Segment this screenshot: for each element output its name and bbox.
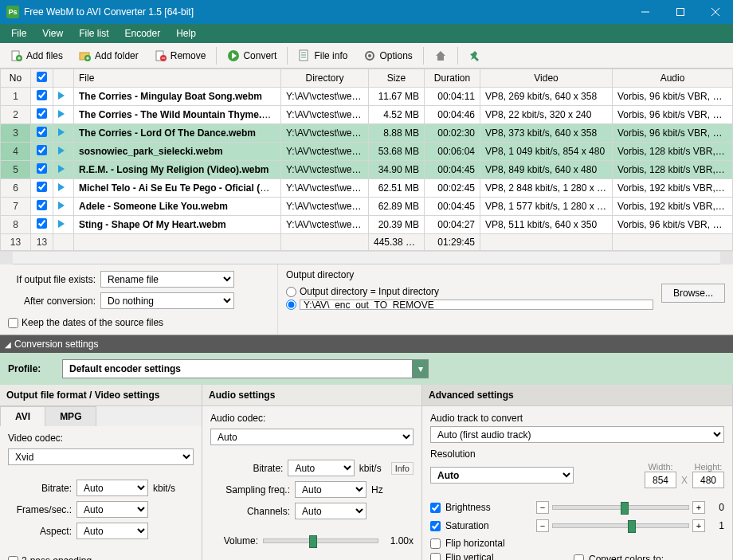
- flip-h-checkbox[interactable]: [430, 538, 441, 549]
- plus-folder-icon: [79, 49, 92, 62]
- video-bitrate-select[interactable]: Auto: [76, 480, 148, 496]
- row-checkbox[interactable]: [37, 145, 47, 155]
- table-row[interactable]: 3The Corries - Lord Of The Dance.webmY:\…: [1, 124, 733, 143]
- row-checkbox[interactable]: [37, 218, 47, 229]
- menu-encoder[interactable]: Encoder: [116, 25, 168, 41]
- row-checkbox[interactable]: [37, 163, 47, 174]
- menu-filelist[interactable]: File list: [71, 25, 116, 41]
- minimize-button[interactable]: [628, 0, 663, 24]
- menu-help[interactable]: Help: [168, 25, 204, 41]
- video-fps-label: Frames/sec.:: [8, 504, 72, 515]
- resolution-select[interactable]: Auto: [430, 467, 574, 484]
- col-no[interactable]: No: [1, 69, 31, 88]
- convert-button[interactable]: Convert: [220, 46, 284, 65]
- tab-avi[interactable]: AVI: [0, 406, 45, 426]
- video-codec-select[interactable]: Xvid: [8, 448, 194, 465]
- row-checkbox[interactable]: [37, 90, 47, 100]
- keep-dates-label: Keep the dates of the source files: [22, 317, 163, 328]
- titlebar: Ps Free WebM to AVI Converter 1.5 [64-bi…: [0, 0, 733, 24]
- close-button[interactable]: [698, 0, 733, 24]
- audio-bitrate-select[interactable]: Auto: [288, 460, 354, 476]
- brightness-checkbox[interactable]: [430, 503, 441, 513]
- row-play-cell[interactable]: [53, 161, 74, 179]
- row-play-cell[interactable]: [53, 88, 74, 106]
- table-row[interactable]: 5R.E.M. - Losing My Religion (Video).web…: [1, 161, 733, 179]
- table-row[interactable]: 1The Corries - Mingulay Boat Song.webmY:…: [1, 88, 733, 106]
- toolbar-separator: [287, 47, 288, 65]
- height-input[interactable]: [692, 472, 724, 488]
- row-checkbox[interactable]: [37, 108, 47, 119]
- profile-bar: Profile: Default encoder settings ▾: [0, 353, 733, 385]
- col-size[interactable]: Size: [369, 69, 425, 88]
- home-button[interactable]: [427, 46, 454, 65]
- table-row[interactable]: 7Adele - Someone Like You.webmY:\AV\vcte…: [1, 198, 733, 216]
- col-file[interactable]: File: [74, 69, 281, 88]
- svg-marker-24: [470, 51, 479, 61]
- browse-button[interactable]: Browse...: [661, 284, 725, 303]
- row-play-cell[interactable]: [53, 106, 74, 124]
- menu-view[interactable]: View: [34, 25, 71, 41]
- pin-button[interactable]: [461, 46, 488, 65]
- if-exists-select[interactable]: Rename file: [100, 271, 234, 288]
- audio-codec-select[interactable]: Auto: [210, 429, 414, 445]
- flip-v-checkbox[interactable]: [430, 553, 441, 561]
- col-dur[interactable]: Duration: [425, 69, 480, 88]
- col-play[interactable]: [53, 69, 74, 88]
- col-check[interactable]: [31, 69, 53, 88]
- info-button[interactable]: Info: [391, 462, 414, 475]
- video-fps-select[interactable]: Auto: [76, 501, 148, 518]
- add-folder-button[interactable]: Add folder: [72, 46, 146, 65]
- table-row[interactable]: 2The Corries - The Wild Mountain Thyme.w…: [1, 106, 733, 124]
- brightness-slider[interactable]: [552, 505, 689, 510]
- width-input[interactable]: [645, 472, 676, 488]
- table-row[interactable]: 8Sting - Shape Of My Heart.webmY:\AV\vct…: [1, 216, 733, 234]
- row-play-cell[interactable]: [53, 216, 74, 234]
- keep-dates-checkbox[interactable]: [8, 318, 18, 328]
- tab-mpg[interactable]: MPG: [45, 406, 96, 426]
- two-pass-checkbox[interactable]: [8, 556, 18, 561]
- row-checkbox[interactable]: [37, 182, 47, 192]
- maximize-button[interactable]: [663, 0, 698, 24]
- audio-freq-select[interactable]: Auto: [295, 481, 366, 498]
- volume-slider[interactable]: [263, 538, 378, 543]
- horizontal-scrollbar[interactable]: [0, 251, 733, 264]
- table-row[interactable]: 4sosnowiec_park_sielecki.webmY:\AV\vctes…: [1, 143, 733, 161]
- video-aspect-select[interactable]: Auto: [76, 523, 148, 539]
- row-checkbox[interactable]: [37, 200, 47, 210]
- plus-button[interactable]: +: [692, 501, 705, 514]
- out-path-radio[interactable]: [286, 300, 296, 310]
- row-play-cell[interactable]: [53, 124, 74, 143]
- row-dir: Y:\AV\vctest\webm: [281, 88, 369, 106]
- remove-button[interactable]: Remove: [147, 46, 214, 65]
- video-aspect-label: Aspect:: [8, 526, 72, 537]
- row-play-cell[interactable]: [53, 198, 74, 216]
- conversion-settings-header[interactable]: ◢ Conversion settings: [0, 335, 733, 353]
- minus-button[interactable]: −: [536, 519, 549, 532]
- row-video: VP8, 1 049 kbit/s, 854 x 480: [480, 143, 613, 161]
- row-checkbox[interactable]: [37, 127, 47, 137]
- col-dir[interactable]: Directory: [281, 69, 369, 88]
- options-button[interactable]: Options: [356, 46, 419, 65]
- col-audio[interactable]: Audio: [613, 69, 733, 88]
- row-play-cell[interactable]: [53, 143, 74, 161]
- add-files-button[interactable]: Add files: [3, 46, 70, 65]
- saturation-slider[interactable]: [552, 523, 689, 528]
- after-conversion-select[interactable]: Do nothing: [100, 292, 234, 309]
- saturation-label: Saturation: [445, 520, 531, 531]
- file-info-button[interactable]: File info: [291, 46, 355, 65]
- plus-button[interactable]: +: [692, 519, 705, 532]
- out-same-radio[interactable]: [286, 287, 296, 297]
- saturation-checkbox[interactable]: [430, 521, 441, 531]
- header-checkbox[interactable]: [37, 72, 47, 82]
- app-icon: Ps: [6, 6, 19, 18]
- table-row[interactable]: 6Michel Telo - Ai Se Eu Te Pego - Oficia…: [1, 179, 733, 198]
- audio-channels-select[interactable]: Auto: [295, 503, 366, 519]
- profile-select[interactable]: Default encoder settings ▾: [62, 359, 429, 378]
- row-play-cell[interactable]: [53, 179, 74, 198]
- menu-file[interactable]: File: [3, 25, 34, 41]
- col-video[interactable]: Video: [480, 69, 613, 88]
- out-path-input[interactable]: [300, 300, 653, 310]
- audio-track-select[interactable]: Auto (first audio track): [430, 426, 724, 443]
- minus-button[interactable]: −: [536, 501, 549, 514]
- convert-colors-checkbox[interactable]: [574, 554, 584, 561]
